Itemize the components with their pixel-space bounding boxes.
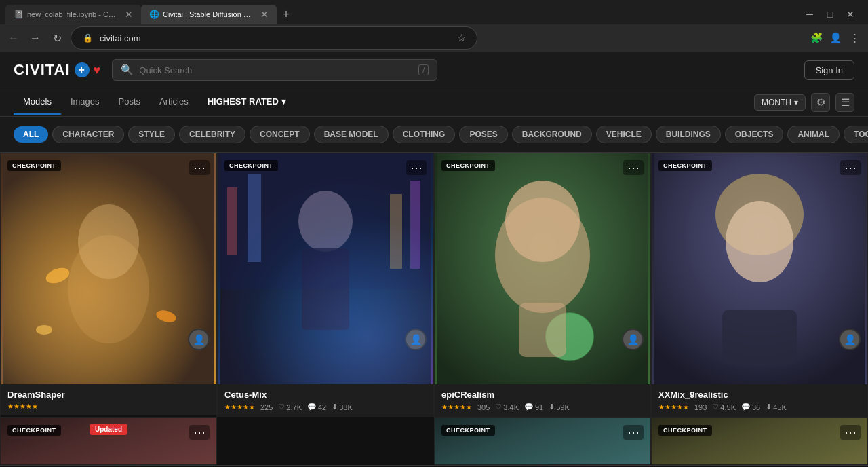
forward-button[interactable]: → xyxy=(27,30,43,46)
layout-button[interactable]: ☰ xyxy=(835,93,854,112)
profile-icon[interactable]: 👤 xyxy=(827,30,844,46)
logo[interactable]: CIVITAI + ♥ xyxy=(14,61,101,79)
plus-button[interactable]: + xyxy=(75,62,90,77)
bottom-card-3-menu[interactable]: ⋯ xyxy=(840,425,861,440)
cat-tool[interactable]: TOOL xyxy=(844,126,868,143)
card-3-image: CHECKPOINT ⋯ 👤 xyxy=(435,153,650,384)
close-button[interactable]: ✕ xyxy=(841,5,860,24)
url-text: civitai.com xyxy=(100,33,141,43)
cat-concept[interactable]: CONCEPT xyxy=(250,126,310,143)
heart-icon[interactable]: ♥ xyxy=(94,63,102,77)
bottom-card-1-image: CHECKPOINT Updated ⋯ xyxy=(1,418,216,465)
nav-items: Models Images Posts Articles xyxy=(14,90,198,115)
model-card-cetus-mix[interactable]: CHECKPOINT ⋯ 👤 Cetus-Mix ★★★★★ 225 ♡ 2.7… xyxy=(217,153,434,417)
card-3-avatar: 👤 xyxy=(622,329,644,350)
card-4-menu[interactable]: ⋯ xyxy=(840,160,861,175)
bottom-card-1-menu[interactable]: ⋯ xyxy=(189,425,210,440)
svg-rect-10 xyxy=(227,187,237,255)
comment-icon: 💬 xyxy=(307,403,317,411)
bookmark-icon[interactable]: ☆ xyxy=(454,31,469,45)
tab-1-close[interactable]: ✕ xyxy=(125,9,133,20)
model-card-bottom-3[interactable]: CHECKPOINT ⋯ xyxy=(651,417,868,465)
url-actions: ☆ xyxy=(454,31,469,45)
filter-controls: MONTH ▾ ⚙ ☰ xyxy=(754,93,854,112)
tab-1-label: new_colab_file.ipynb - Collabora... xyxy=(27,10,118,18)
back-button[interactable]: ← xyxy=(5,30,22,46)
signin-button[interactable]: Sign In xyxy=(804,60,854,80)
cat-celebrity[interactable]: CELEBRITY xyxy=(179,126,245,143)
filter-button[interactable]: ⚙ xyxy=(811,93,830,112)
cat-base-model[interactable]: BASE MODEL xyxy=(314,126,389,143)
bottom-card-2-image: CHECKPOINT ⋯ xyxy=(435,418,650,465)
new-tab-button[interactable]: + xyxy=(277,5,296,24)
cat-style[interactable]: STYLE xyxy=(128,126,175,143)
card-2-likes: ♡ 2.7K xyxy=(278,403,302,411)
nav-bar: Models Images Posts Articles HIGHEST RAT… xyxy=(0,88,868,117)
card-1-badge: CHECKPOINT xyxy=(7,160,61,171)
url-bar[interactable]: 🔒 civitai.com ☆ xyxy=(71,26,477,50)
svg-point-7 xyxy=(298,191,353,252)
card-2-badge: CHECKPOINT xyxy=(224,160,278,171)
svg-rect-6 xyxy=(220,153,431,384)
model-card-epicrealism[interactable]: CHECKPOINT ⋯ 👤 epiCRealism ★★★★★ 305 ♡ 3… xyxy=(434,153,651,417)
card-4-badge: CHECKPOINT xyxy=(658,160,712,171)
svg-point-21 xyxy=(726,201,793,282)
nav-articles[interactable]: Articles xyxy=(150,90,198,115)
window-controls: ─ □ ✕ xyxy=(800,5,863,24)
bottom-card-2-menu[interactable]: ⋯ xyxy=(623,425,644,440)
cat-character[interactable]: CHARACTER xyxy=(52,126,124,143)
tab-1[interactable]: 📓 new_colab_file.ipynb - Collabora... ✕ xyxy=(5,5,141,24)
heart-icon: ♡ xyxy=(278,403,285,411)
empty-slot-1 xyxy=(217,417,434,465)
browser-right-controls: 🧩 👤 ⋮ xyxy=(808,30,863,46)
svg-point-5 xyxy=(36,325,52,335)
card-4-footer: XXMix_9realistic ★★★★★ 193 ♡ 4.5K 💬 36 ⬇… xyxy=(652,384,867,417)
reload-button[interactable]: ↻ xyxy=(49,30,65,46)
comment-icon: 💬 xyxy=(741,403,751,411)
cat-buildings[interactable]: BUILDINGS xyxy=(656,126,721,143)
category-bar: ALL CHARACTER STYLE CELEBRITY CONCEPT BA… xyxy=(0,117,868,153)
cat-poses[interactable]: POSES xyxy=(459,126,507,143)
model-card-xxmix[interactable]: CHECKPOINT ⋯ 👤 XXMix_9realistic ★★★★★ 19… xyxy=(651,153,868,417)
model-card-bottom-2[interactable]: CHECKPOINT ⋯ xyxy=(434,417,651,465)
cat-vehicle[interactable]: VEHICLE xyxy=(596,126,652,143)
highest-rated-button[interactable]: HIGHEST RATED ▾ xyxy=(198,90,296,115)
tab-2-close[interactable]: ✕ xyxy=(260,9,269,20)
svg-rect-9 xyxy=(220,153,431,289)
card-2-rating: 225 xyxy=(260,403,273,411)
nav-images[interactable]: Images xyxy=(61,90,109,115)
search-bar[interactable]: 🔍 / xyxy=(112,59,437,81)
search-input[interactable] xyxy=(139,65,413,75)
tab-2[interactable]: 🌐 Civitai | Stable Diffusion models... ✕ xyxy=(141,5,277,24)
svg-rect-8 xyxy=(302,248,349,330)
model-card-dreamshaper[interactable]: CHECKPOINT ⋯ 👤 DreamShaper ★★★★★ xyxy=(0,153,217,417)
card-4-svg xyxy=(652,153,867,384)
cat-background[interactable]: BACKGROUND xyxy=(512,126,592,143)
card-1-menu[interactable]: ⋯ xyxy=(189,160,210,175)
card-4-avatar: 👤 xyxy=(839,329,861,350)
maximize-button[interactable]: □ xyxy=(821,5,840,24)
sort-chevron: ▾ xyxy=(281,96,286,107)
period-select[interactable]: MONTH ▾ xyxy=(754,94,806,111)
updated-badge: Updated xyxy=(90,424,127,435)
card-4-stats: ★★★★★ 193 ♡ 4.5K 💬 36 ⬇ 45K xyxy=(658,403,861,411)
card-1-stars: ★★★★★ xyxy=(7,403,38,410)
cat-clothing[interactable]: CLOTHING xyxy=(393,126,456,143)
address-bar: ← → ↻ 🔒 civitai.com ☆ 🧩 👤 ⋮ xyxy=(0,24,868,52)
model-card-bottom-1[interactable]: CHECKPOINT Updated ⋯ xyxy=(0,417,217,465)
menu-icon[interactable]: ⋮ xyxy=(846,30,863,46)
nav-models[interactable]: Models xyxy=(14,90,61,115)
card-1-stats: ★★★★★ xyxy=(7,403,210,410)
nav-posts[interactable]: Posts xyxy=(109,90,151,115)
card-2-downloads: ⬇ 38K xyxy=(332,403,353,411)
minimize-button[interactable]: ─ xyxy=(800,5,819,24)
card-2-menu[interactable]: ⋯ xyxy=(406,160,427,175)
svg-rect-18 xyxy=(519,303,566,357)
card-3-menu[interactable]: ⋯ xyxy=(623,160,644,175)
svg-point-4 xyxy=(155,308,177,324)
cat-animal[interactable]: ANIMAL xyxy=(787,126,840,143)
cat-all[interactable]: ALL xyxy=(14,126,48,143)
cat-objects[interactable]: OBJECTS xyxy=(725,126,784,143)
extensions-icon[interactable]: 🧩 xyxy=(808,30,825,46)
download-icon: ⬇ xyxy=(549,403,555,411)
